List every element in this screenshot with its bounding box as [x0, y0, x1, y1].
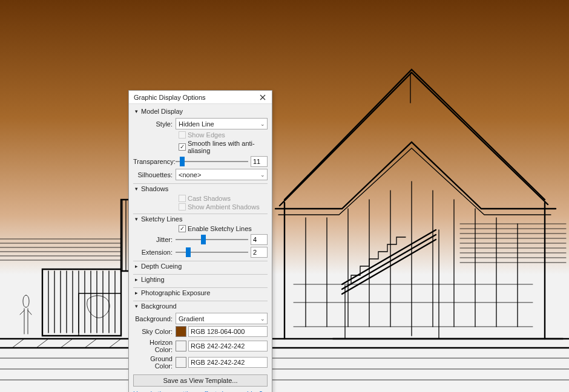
ground-color-text[interactable]: RGB 242-242-242	[188, 357, 268, 368]
smooth-lines-checkbox[interactable]	[179, 143, 186, 151]
background-sketch	[0, 0, 569, 392]
jitter-slider[interactable]	[176, 234, 248, 245]
ambient-shadows-checkbox	[179, 203, 186, 211]
background-label: Background:	[133, 315, 176, 322]
section-model-display[interactable]: ▾ Model Display	[133, 106, 268, 116]
show-edges-label: Show Edges	[188, 131, 225, 139]
save-as-template-button[interactable]: Save as View Template...	[133, 374, 268, 387]
section-label: Sketchy Lines	[141, 215, 182, 223]
slider-thumb[interactable]	[180, 157, 185, 166]
silhouettes-label: Silhouettes:	[133, 171, 176, 178]
sky-color-text[interactable]: RGB 128-064-000	[188, 326, 268, 337]
close-button[interactable]	[257, 93, 268, 102]
transparency-value[interactable]	[251, 156, 268, 167]
cast-shadows-label: Cast Shadows	[188, 195, 231, 202]
section-label: Depth Cueing	[141, 263, 182, 270]
section-shadows[interactable]: ▾ Shadows	[133, 183, 268, 194]
chevron-down-icon: ⌄	[260, 316, 265, 322]
caret-down-icon: ▾	[133, 186, 139, 192]
caret-right-icon: ▸	[133, 290, 139, 296]
jitter-label: Jitter:	[133, 236, 176, 243]
caret-down-icon: ▾	[133, 108, 139, 114]
transparency-slider[interactable]	[176, 156, 248, 167]
show-edges-checkbox	[179, 131, 186, 139]
sky-swatch[interactable]	[176, 326, 186, 337]
slider-thumb[interactable]	[201, 235, 206, 244]
transparency-label: Transparency:	[133, 158, 176, 165]
horizon-color-text[interactable]: RGB 242-242-242	[188, 341, 268, 351]
extension-value[interactable]	[251, 247, 268, 258]
silhouettes-select[interactable]: <none> ⌄	[176, 169, 268, 180]
background-select[interactable]: Gradient ⌄	[176, 313, 268, 324]
close-icon	[260, 94, 266, 100]
chevron-down-icon: ⌄	[260, 121, 265, 127]
background-value: Gradient	[179, 315, 204, 322]
style-value: Hidden Line	[179, 120, 214, 128]
silhouettes-value: <none>	[179, 171, 201, 178]
style-label: Style:	[133, 120, 176, 128]
section-lighting[interactable]: ▸ Lighting	[133, 274, 268, 284]
enable-sketchy-checkbox[interactable]	[179, 225, 186, 232]
section-label: Model Display	[141, 108, 183, 115]
dialog-title: Graphic Display Options	[134, 94, 206, 101]
caret-down-icon: ▾	[133, 216, 139, 222]
section-sketchy-lines[interactable]: ▾ Sketchy Lines	[133, 214, 268, 224]
enable-sketchy-label: Enable Sketchy Lines	[188, 225, 252, 232]
ground-label: Ground Color:	[133, 355, 176, 370]
section-label: Background	[141, 302, 177, 310]
dialog-titlebar[interactable]: Graphic Display Options	[129, 91, 272, 104]
section-label: Lighting	[141, 276, 165, 283]
dialog-body: ▾ Model Display Style: Hidden Line ⌄ Sho…	[129, 104, 272, 392]
section-photo-exposure[interactable]: ▸ Photographic Exposure	[133, 287, 268, 298]
extension-label: Extension:	[133, 249, 176, 256]
graphic-display-options-dialog: Graphic Display Options ▾ Model Display …	[128, 90, 272, 392]
ground-swatch[interactable]	[176, 357, 186, 368]
extension-slider[interactable]	[176, 247, 248, 258]
section-background[interactable]: ▾ Background	[133, 301, 268, 311]
section-depth-cueing[interactable]: ▸ Depth Cueing	[133, 261, 268, 271]
style-select[interactable]: Hidden Line ⌄	[176, 118, 268, 129]
section-label: Shadows	[141, 185, 168, 192]
sky-label: Sky Color:	[133, 328, 176, 335]
horizon-swatch[interactable]	[176, 341, 186, 351]
caret-right-icon: ▸	[133, 263, 139, 269]
smooth-lines-label: Smooth lines with anti-aliasing	[188, 140, 268, 154]
cast-shadows-checkbox	[179, 195, 186, 202]
slider-thumb[interactable]	[186, 247, 191, 257]
ambient-shadows-label: Show Ambient Shadows	[188, 203, 260, 211]
caret-right-icon: ▸	[133, 276, 139, 283]
jitter-value[interactable]	[251, 234, 268, 245]
section-label: Photographic Exposure	[141, 289, 210, 296]
chevron-down-icon: ⌄	[260, 172, 265, 178]
caret-down-icon: ▾	[133, 303, 139, 309]
horizon-label: Horizon Color:	[133, 339, 176, 353]
